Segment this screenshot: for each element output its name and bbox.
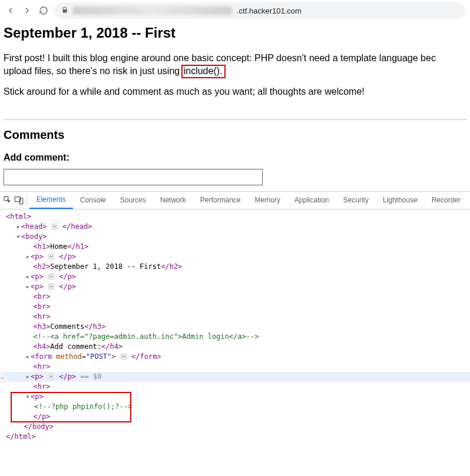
post-title: September 1, 2018 -- First xyxy=(4,25,466,41)
dom-br2[interactable]: <br> xyxy=(2,302,470,312)
comment-textarea[interactable] xyxy=(4,169,263,185)
device-icon[interactable] xyxy=(13,193,24,207)
dom-p-close[interactable]: </p> xyxy=(2,412,470,422)
dom-h2[interactable]: <h2>September 1, 2018 -- First</h2> xyxy=(2,262,470,272)
highlight-include: include(). xyxy=(181,65,226,78)
tab-application[interactable]: Application xyxy=(287,191,336,209)
dom-hr2[interactable]: <hr> xyxy=(2,362,470,372)
dom-form[interactable]: ▸<form method="POST"> ⋯ </form> xyxy=(2,352,470,362)
post-paragraph-2: Stick around for a while and comment as … xyxy=(4,85,466,98)
dom-admin-comment[interactable]: <!--<a href="?page=admin.auth.inc">Admin… xyxy=(2,332,470,342)
dom-body-close[interactable]: </body> xyxy=(2,422,470,432)
tab-console[interactable]: Console xyxy=(73,191,113,209)
url-suffix: .ctf.hacker101.com xyxy=(237,6,302,15)
forward-button[interactable] xyxy=(21,5,33,16)
dom-br1[interactable]: <br> xyxy=(2,292,470,302)
comments-heading: Comments xyxy=(4,128,466,142)
tab-recorder[interactable]: Recorder xyxy=(425,191,468,209)
dom-php-comment[interactable]: <!--?php phpinfo();?--> xyxy=(2,402,470,412)
dom-hr3[interactable]: <hr> xyxy=(2,382,470,392)
dom-p3[interactable]: ▸<p> ⋯ </p> xyxy=(2,282,470,292)
url-obscured xyxy=(73,6,232,15)
lock-icon xyxy=(61,6,68,15)
dom-html-open[interactable]: <html> xyxy=(2,212,470,222)
dom-h3[interactable]: <h3>Comments</h3> xyxy=(2,322,470,332)
tab-sources[interactable]: Sources xyxy=(113,191,153,209)
tab-performance[interactable]: Performance xyxy=(193,191,248,209)
dom-p1[interactable]: ▸<p> ⋯ </p> xyxy=(2,252,470,262)
dom-selected-p[interactable]: ▸<p> ⋯ </p> == $0 xyxy=(2,372,470,382)
browser-toolbar: .ctf.hacker101.com xyxy=(0,0,470,21)
dom-h4[interactable]: <h4>Add comment:</h4> xyxy=(2,342,470,352)
dom-h1[interactable]: <h1>Home</h1> xyxy=(2,242,470,252)
gutter-marker: ⋯ xyxy=(0,373,6,383)
devtools-header: Elements Console Sources Network Perform… xyxy=(0,192,470,209)
dom-hr1[interactable]: <hr> xyxy=(2,312,470,322)
dom-p-open[interactable]: ▾<p> xyxy=(2,392,470,402)
dom-p2[interactable]: ▸<p> ⋯ </p> xyxy=(2,272,470,282)
tab-security[interactable]: Security xyxy=(336,191,376,209)
page-content: September 1, 2018 -- First First post! I… xyxy=(0,21,470,185)
separator xyxy=(27,195,27,205)
tab-elements[interactable]: Elements xyxy=(29,191,73,209)
reload-button[interactable] xyxy=(38,5,49,16)
address-bar[interactable]: .ctf.hacker101.com xyxy=(54,2,465,19)
dom-tree[interactable]: <html> ▸<head> ⋯ </head> ▾<body> <h1>Hom… xyxy=(0,209,470,445)
post-paragraph-1: First post! I built this blog engine aro… xyxy=(4,52,466,77)
add-comment-heading: Add comment: xyxy=(4,152,466,163)
divider xyxy=(4,119,466,120)
tab-network[interactable]: Network xyxy=(153,191,193,209)
back-button[interactable] xyxy=(5,5,16,16)
dom-body-open[interactable]: ▾<body> xyxy=(2,232,470,242)
inspect-icon[interactable] xyxy=(2,193,13,207)
tab-lighthouse[interactable]: Lighthouse xyxy=(376,191,425,209)
dom-head[interactable]: ▸<head> ⋯ </head> xyxy=(2,222,470,232)
devtools-panel: Elements Console Sources Network Perform… xyxy=(0,191,470,445)
dom-html-close[interactable]: </html> xyxy=(2,432,470,442)
tab-memory[interactable]: Memory xyxy=(247,191,287,209)
